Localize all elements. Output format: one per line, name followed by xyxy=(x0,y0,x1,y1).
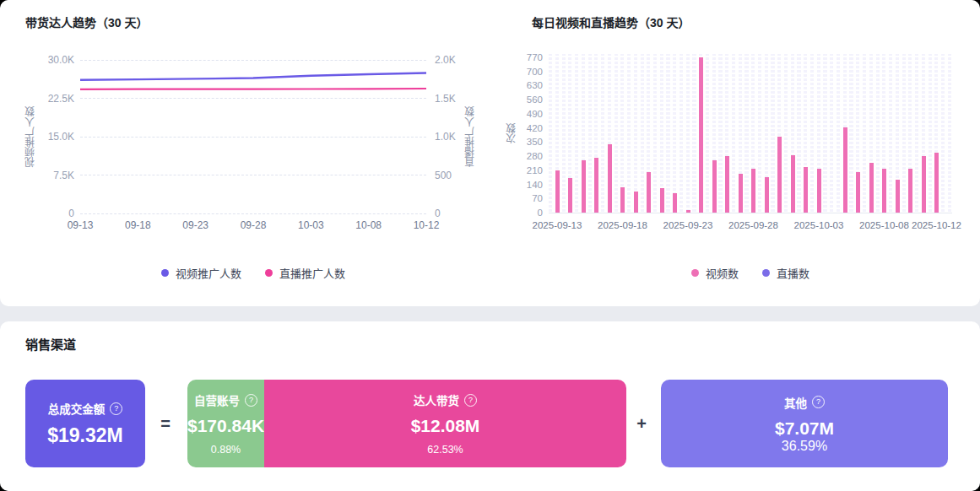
y-tick: 1.5K xyxy=(435,93,470,105)
influencer-value: $12.08M xyxy=(411,416,480,436)
legend-item: 视频数 xyxy=(691,265,739,281)
bar xyxy=(620,187,625,213)
bar xyxy=(751,169,755,213)
total-gmv-card: 总成交金额 ? $19.32M xyxy=(25,380,145,467)
other-value: $7.07M xyxy=(775,418,834,439)
y-tick: 0 xyxy=(509,207,543,219)
bar xyxy=(608,144,612,213)
y-tick: 70 xyxy=(509,192,543,204)
legend-item: 视频推广人数 xyxy=(161,265,241,281)
bar xyxy=(765,177,769,213)
x-tick: 10-08 xyxy=(344,219,394,231)
video-promoters-line xyxy=(80,73,426,80)
bar xyxy=(882,169,886,213)
y-tick: 420 xyxy=(509,122,543,134)
legend-label: 直播推广人数 xyxy=(279,265,345,281)
bar xyxy=(568,178,572,213)
equals-sign: = xyxy=(150,380,181,467)
x-tick: 10-03 xyxy=(285,219,336,231)
influencer-segment: 达人带货 ? $12.08M 62.53% xyxy=(264,380,626,467)
own-account-label: 自营账号 xyxy=(194,391,240,408)
y-tick: 210 xyxy=(509,165,543,176)
bar xyxy=(660,188,664,213)
influencer-label: 达人带货 xyxy=(414,391,459,408)
own-account-label-row: 自营账号 ? xyxy=(194,391,257,408)
bar xyxy=(896,180,900,213)
bar xyxy=(817,169,821,213)
help-icon[interactable]: ? xyxy=(812,396,825,408)
total-gmv-value: $19.32M xyxy=(47,424,123,447)
own-account-segment: 自营账号 ? $170.84K 0.88% xyxy=(187,380,264,467)
bar xyxy=(843,127,847,213)
bar xyxy=(712,160,717,213)
bar xyxy=(582,160,586,213)
influencer-label-row: 达人带货 ? xyxy=(414,391,477,408)
x-tick: 2025-09-28 xyxy=(716,219,792,231)
y-tick: 630 xyxy=(509,79,543,91)
trend-lines xyxy=(80,60,426,213)
y-tick: 2.0K xyxy=(435,54,470,66)
legend-dot-icon xyxy=(691,269,699,277)
bar xyxy=(673,193,677,213)
x-tick: 2025-09-13 xyxy=(519,219,595,231)
y-tick: 500 xyxy=(435,170,470,181)
legend-item: 直播推广人数 xyxy=(265,265,345,281)
dashboard-window: 带货达人趋势（30 天） 视频推广人数 直播推广人数 30.0K22.5K15.… xyxy=(0,0,980,491)
y-tick: 700 xyxy=(509,66,543,78)
help-icon[interactable]: ? xyxy=(464,394,477,407)
y-tick: 0 xyxy=(435,208,470,219)
bar xyxy=(777,137,782,213)
y-tick: 280 xyxy=(509,150,543,162)
bar xyxy=(634,192,638,213)
bar-chart-baseline xyxy=(549,213,952,213)
bar-chart-legend: 视频数直播数 xyxy=(549,265,952,281)
sales-channel-title: 销售渠道 xyxy=(25,335,76,353)
legend-dot-icon xyxy=(161,269,169,277)
live-promoters-line xyxy=(80,89,426,89)
bar xyxy=(791,155,795,213)
bar xyxy=(856,172,860,213)
trend-charts-card: 带货达人趋势（30 天） 视频推广人数 直播推广人数 30.0K22.5K15.… xyxy=(0,0,980,306)
y-tick: 30.0K xyxy=(34,54,74,66)
bar xyxy=(934,153,939,213)
x-tick: 10-12 xyxy=(401,219,452,231)
total-gmv-label-row: 总成交金额 ? xyxy=(48,400,123,417)
y-tick: 350 xyxy=(509,136,543,148)
bar xyxy=(555,170,560,213)
total-gmv-label: 总成交金额 xyxy=(48,400,106,417)
x-tick: 2025-09-18 xyxy=(585,219,661,231)
bar xyxy=(804,167,808,213)
bar xyxy=(869,163,874,213)
help-icon[interactable]: ? xyxy=(245,394,257,407)
help-icon[interactable]: ? xyxy=(110,402,122,415)
other-label-row: 其他 ? xyxy=(784,394,825,411)
y-tick: 560 xyxy=(509,94,543,105)
line-chart-legend: 视频推广人数直播推广人数 xyxy=(80,265,426,281)
daily-video-live-title: 每日视频和直播趋势（30 天） xyxy=(532,13,690,30)
bar-chart-plot[interactable] xyxy=(549,54,952,213)
x-tick: 2025-10-03 xyxy=(781,219,857,231)
channel-bar-group: 自营账号 ? $170.84K 0.88% 达人带货 ? $12.08M 62.… xyxy=(187,380,626,467)
bar xyxy=(739,174,743,213)
y-tick: 490 xyxy=(509,108,543,120)
x-tick: 2025-10-12 xyxy=(899,219,975,231)
y-tick: 770 xyxy=(509,51,543,63)
y-tick: 0 xyxy=(34,208,74,219)
y-tick: 22.5K xyxy=(34,93,74,105)
bar xyxy=(699,57,703,213)
bar xyxy=(922,156,926,213)
legend-label: 直播数 xyxy=(777,265,809,281)
other-percent: 36.59% xyxy=(782,439,827,454)
legend-label: 视频数 xyxy=(706,265,739,281)
y-tick: 140 xyxy=(509,179,543,191)
other-channel-card: 其他 ? $7.07M 36.59% xyxy=(661,380,948,467)
own-account-value: $170.84K xyxy=(187,416,264,436)
sales-channel-section: 销售渠道 总成交金额 ? $19.32M = 自营账号 ? $170.84K 0… xyxy=(0,321,980,491)
line-chart-plot[interactable] xyxy=(80,60,426,213)
legend-item: 直播数 xyxy=(762,265,809,281)
plus-sign: + xyxy=(628,380,655,467)
legend-label: 视频推广人数 xyxy=(176,265,241,281)
y-tick: 7.5K xyxy=(34,170,74,181)
x-tick: 09-23 xyxy=(171,219,221,231)
legend-dot-icon xyxy=(762,269,770,277)
